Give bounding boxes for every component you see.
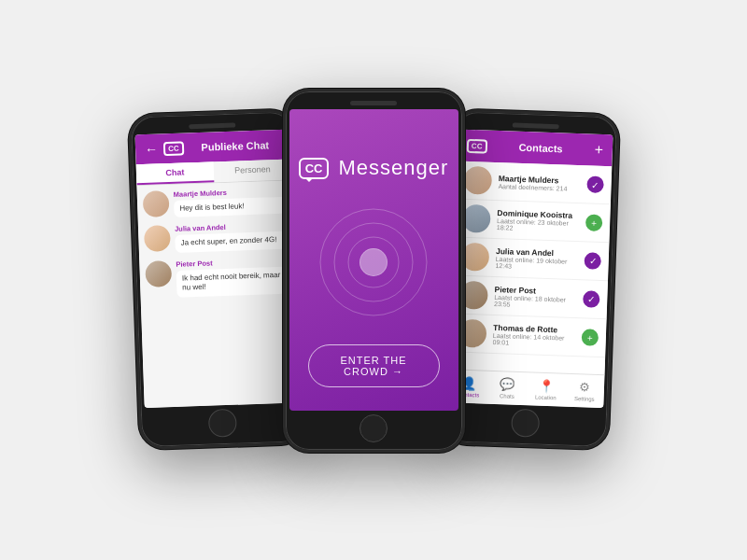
- enter-crowd-button[interactable]: ENTER THE CROWD →: [308, 344, 440, 387]
- chat-item-3: Pieter Post Ik had echt nooit bereik, ma…: [145, 256, 289, 298]
- phones-container: ← CC Publieke Chat Chat Personen Maartje…: [115, 98, 633, 462]
- chat-text-1: Hey dit is best leuk!: [174, 197, 288, 218]
- splash-cc-badge: CC: [299, 158, 330, 179]
- chat-text-3: Ik had echt nooit bereik, maar nu wel!: [176, 266, 289, 297]
- avatar-dominique: [461, 204, 490, 233]
- chat-messages: Maartje Mulders Hey dit is best leuk! Ju…: [136, 180, 299, 408]
- contacts-header: CC Contacts +: [457, 130, 613, 167]
- cc-badge-left: CC: [162, 141, 183, 156]
- contact-action-4[interactable]: +: [581, 329, 599, 346]
- cc-badge-right: CC: [466, 138, 486, 153]
- contact-action-3[interactable]: ✓: [583, 290, 600, 308]
- phone-speaker-right: [512, 123, 558, 130]
- splash-logo-area: CC Messenger: [299, 156, 449, 180]
- home-button-left[interactable]: [207, 409, 236, 438]
- contact-action-0[interactable]: ✓: [586, 175, 604, 193]
- chat-title: Publieke Chat: [189, 139, 281, 153]
- contact-item-1[interactable]: Dominique Kooistra Laatst online: 23 okt…: [454, 199, 610, 243]
- contact-status-3: Laatst online: 18 oktober 23:55: [493, 294, 575, 310]
- splash-screen: CC Messenger ENTER THE CROWD →: [289, 109, 458, 411]
- add-contact-button[interactable]: +: [594, 142, 603, 159]
- splash-messenger-title: Messenger: [338, 156, 448, 180]
- contact-info-3: Pieter Post Laatst online: 18 oktober 23…: [493, 285, 576, 310]
- footer-tab-settings[interactable]: ⚙ Settings: [564, 378, 603, 404]
- radar-center: [359, 248, 388, 276]
- chat-bubble-2: Julia van Andel Ja echt super, en zonder…: [174, 221, 288, 253]
- contact-item-0[interactable]: Maartje Mulders Aantal deelnemers: 214 ✓: [455, 161, 611, 204]
- chat-item-1: Maartje Mulders Hey dit is best leuk!: [142, 187, 287, 219]
- back-arrow-icon[interactable]: ←: [144, 141, 158, 156]
- contacts-title: Contacts: [492, 141, 588, 156]
- phone-left: ← CC Publieke Chat Chat Personen Maartje…: [127, 108, 306, 450]
- chat-item-2: Julia van Andel Ja echt super, en zonder…: [143, 221, 288, 254]
- phone-center: CC Messenger ENTER THE CROWD →: [283, 89, 465, 453]
- location-footer-icon: 📍: [538, 379, 554, 394]
- phone-screen-left: ← CC Publieke Chat Chat Personen Maartje…: [134, 130, 299, 409]
- contact-action-1[interactable]: +: [585, 214, 602, 231]
- chat-bubble-1: Maartje Mulders Hey dit is best leuk!: [173, 187, 287, 218]
- contact-info-2: Julia van Andel Laatst online: 19 oktobe…: [495, 246, 578, 272]
- phone-right: CC Contacts + Maartje Mulders Aantal dee…: [440, 108, 619, 450]
- footer-tab-location[interactable]: 📍 Location: [526, 376, 565, 402]
- avatar-maartje-r: [463, 166, 492, 195]
- chat-text-2: Ja echt super, en zonder 4G!: [175, 231, 289, 253]
- avatar-julia: [143, 225, 170, 252]
- home-button-right[interactable]: [511, 409, 540, 438]
- footer-label-settings: Settings: [573, 396, 594, 402]
- splash-radar: [317, 206, 430, 318]
- contact-info-4: Thomas de Rotte Laatst online: 14 oktobe…: [492, 323, 575, 348]
- settings-footer-icon: ⚙: [579, 380, 591, 394]
- contact-info-0: Maartje Mulders Aantal deelnemers: 214: [498, 174, 581, 192]
- footer-label-location: Location: [534, 395, 556, 401]
- tab-persons[interactable]: Personen: [213, 159, 291, 182]
- footer-label-chats: Chats: [499, 393, 514, 399]
- contact-action-2[interactable]: ✓: [584, 252, 601, 270]
- phone-speaker-left: [189, 123, 235, 130]
- contact-item-4[interactable]: Thomas de Rotte Laatst online: 14 oktobe…: [450, 314, 606, 357]
- phone-screen-center: CC Messenger ENTER THE CROWD →: [289, 109, 458, 411]
- footer-tab-chats[interactable]: 💬 Chats: [486, 375, 526, 401]
- contact-item-2[interactable]: Julia van Andel Laatst online: 19 oktobe…: [453, 237, 609, 281]
- phone-speaker-center: [350, 101, 397, 105]
- contact-status-4: Laatst online: 14 oktober 09:01: [492, 332, 574, 348]
- tab-chat[interactable]: Chat: [135, 161, 214, 185]
- contacts-list: Maartje Mulders Aantal deelnemers: 214 ✓…: [449, 161, 612, 374]
- contact-status-2: Laatst online: 19 oktober 12:43: [495, 256, 577, 272]
- contact-item-3[interactable]: Pieter Post Laatst online: 18 oktober 23…: [451, 275, 607, 319]
- contact-status-1: Laatst online: 23 oktober 18:22: [496, 217, 578, 233]
- contact-info-1: Dominique Kooistra Laatst online: 23 okt…: [496, 208, 579, 233]
- home-button-center[interactable]: [359, 414, 388, 442]
- phone-screen-right: CC Contacts + Maartje Mulders Aantal dee…: [448, 130, 613, 409]
- avatar-pieter: [145, 260, 172, 287]
- chat-bubble-3: Pieter Post Ik had echt nooit bereik, ma…: [176, 256, 289, 297]
- chats-footer-icon: 💬: [500, 377, 515, 392]
- contacts-footer: 👤 Contacts 💬 Chats 📍 Location ⚙ Settings: [448, 369, 604, 408]
- avatar-maartje: [142, 190, 169, 217]
